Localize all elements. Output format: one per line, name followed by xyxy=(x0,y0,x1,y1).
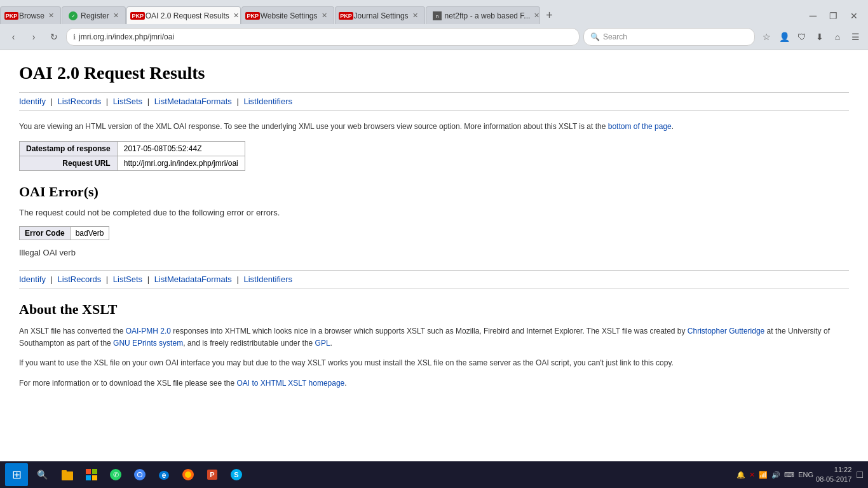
svg-text:✆: ✆ xyxy=(113,471,119,478)
tab-favicon-oai: PKP xyxy=(133,11,142,20)
search-icon: 🔍 xyxy=(590,32,600,41)
request-url-value: http://jmri.org.in/index.php/jmri/oai xyxy=(117,156,245,171)
lock-icon: ℹ xyxy=(73,33,76,41)
datestamp-value: 2017-05-08T05:52:44Z xyxy=(117,142,245,156)
tab-favicon-net2ftp: n xyxy=(433,11,442,20)
svg-point-18 xyxy=(185,471,191,478)
bottom-of-page-link[interactable]: bottom of the page xyxy=(608,122,672,131)
taskbar-apps: ✆ e P S xyxy=(56,463,734,486)
svg-rect-9 xyxy=(92,475,97,480)
oai-pmh-link[interactable]: OAI-PMH 2.0 xyxy=(126,327,171,336)
taskbar-app-skype[interactable]: S xyxy=(225,463,248,486)
tab-close-oai[interactable]: ✕ xyxy=(233,11,239,20)
action-center-icon[interactable]: □ xyxy=(857,469,863,480)
about-paragraph-3: For more information or to download the … xyxy=(19,377,849,390)
datestamp-row: Datestamp of response 2017-05-08T05:52:4… xyxy=(20,142,245,156)
minimize-button[interactable]: ─ xyxy=(804,8,822,24)
svg-rect-7 xyxy=(92,469,97,474)
tab-journal[interactable]: PKP Journal Settings ✕ xyxy=(335,6,425,24)
nav-listrecords-top[interactable]: ListRecords xyxy=(58,97,102,106)
gnu-eprints-link[interactable]: GNU EPrints system xyxy=(113,339,183,348)
about-section-title: About the XSLT xyxy=(19,301,849,318)
xslt-homepage-link[interactable]: OAI to XHTML XSLT homepage xyxy=(236,379,344,388)
menu-icon[interactable]: ☰ xyxy=(848,29,863,44)
network-icon: 📶 xyxy=(759,471,768,479)
reload-button[interactable]: ↻ xyxy=(46,29,62,45)
nav-listidentifiers-bottom[interactable]: ListIdentifiers xyxy=(243,274,292,284)
error-code-table: Error Code badVerb xyxy=(19,226,109,240)
error-code-row: Error Code badVerb xyxy=(20,227,109,240)
svg-rect-5 xyxy=(62,470,67,473)
start-button[interactable]: ⊞ xyxy=(5,463,28,486)
maximize-button[interactable]: ❐ xyxy=(824,8,843,24)
taskbar-system-tray: 🔔 ✕ 📶 🔊 ⌨ ENG xyxy=(736,471,813,479)
tab-website[interactable]: PKP Website Settings ✕ xyxy=(241,6,334,24)
page-content: OAI 2.0 Request Results Identify | ListR… xyxy=(0,50,868,461)
back-button[interactable]: ‹ xyxy=(5,29,22,45)
taskbar-app-firefox[interactable] xyxy=(177,463,200,486)
url-text: jmri.org.in/index.php/jmri/oai xyxy=(79,32,573,41)
gpl-link[interactable]: GPL xyxy=(315,339,330,348)
nav-listsets-top[interactable]: ListSets xyxy=(113,97,142,106)
info-text: You are viewing an HTML version of the X… xyxy=(19,121,849,132)
tab-favicon-website: PKP xyxy=(248,11,257,20)
svg-text:n: n xyxy=(435,13,438,19)
taskbar-app-edge[interactable]: e xyxy=(153,463,175,486)
svg-text:✓: ✓ xyxy=(71,13,76,19)
language-label: ENG xyxy=(798,471,813,478)
taskbar-search-button[interactable]: 🔍 xyxy=(31,463,53,486)
svg-rect-8 xyxy=(86,475,91,480)
svg-point-14 xyxy=(138,473,142,477)
address-bar-row: ‹ › ↻ ℹ jmri.org.in/index.php/jmri/oai 🔍… xyxy=(0,24,868,50)
tab-browse[interactable]: PKP Browse ✕ xyxy=(0,6,61,24)
shield-icon[interactable]: 🛡 xyxy=(794,29,810,44)
nav-identify-top[interactable]: Identify xyxy=(19,97,46,106)
tab-oai[interactable]: PKP OAI 2.0 Request Results ✕ xyxy=(126,6,241,24)
taskbar-clock: 11:22 08-05-2017 xyxy=(816,465,851,485)
christopher-link[interactable]: Christopher Gutteridge xyxy=(688,327,764,336)
taskbar-app-chrome[interactable] xyxy=(128,463,151,486)
nav-identify-bottom[interactable]: Identify xyxy=(19,274,46,284)
search-box[interactable]: 🔍 Search xyxy=(583,28,755,46)
svg-text:P: P xyxy=(210,471,214,478)
tab-register[interactable]: ✓ Register ✕ xyxy=(62,6,126,24)
home-icon[interactable]: ⌂ xyxy=(830,29,845,44)
request-url-row: Request URL http://jmri.org.in/index.php… xyxy=(20,156,245,171)
nav-links-top: Identify | ListRecords | ListSets | List… xyxy=(19,92,849,111)
error-section-title: OAI Error(s) xyxy=(19,184,849,200)
tab-close-register[interactable]: ✕ xyxy=(113,11,119,20)
nav-listmetadata-bottom[interactable]: ListMetadataFormats xyxy=(154,274,232,284)
tab-close-browse[interactable]: ✕ xyxy=(48,11,54,20)
close-button[interactable]: ✕ xyxy=(845,8,863,24)
user-icon[interactable]: 👤 xyxy=(776,29,792,44)
nav-listidentifiers-top[interactable]: ListIdentifiers xyxy=(243,97,292,106)
tab-close-journal[interactable]: ✕ xyxy=(412,11,418,20)
taskbar-app-whatsapp[interactable]: ✆ xyxy=(104,463,127,486)
taskbar-app-files[interactable] xyxy=(56,463,79,486)
nav-listmetadata-top[interactable]: ListMetadataFormats xyxy=(154,97,232,106)
error-code-label: Error Code xyxy=(20,227,71,240)
taskbar: ⊞ 🔍 ✆ e P S xyxy=(0,461,868,488)
page-title: OAI 2.0 Request Results xyxy=(19,63,849,83)
tab-favicon-browse: PKP xyxy=(7,11,16,20)
taskbar-app-store[interactable] xyxy=(80,463,103,486)
address-box[interactable]: ℹ jmri.org.in/index.php/jmri/oai xyxy=(66,28,580,46)
response-table: Datestamp of response 2017-05-08T05:52:4… xyxy=(19,141,245,171)
bookmark-star-icon[interactable]: ☆ xyxy=(759,29,774,44)
nav-listsets-bottom[interactable]: ListSets xyxy=(113,274,142,284)
tab-close-website[interactable]: ✕ xyxy=(322,11,327,20)
tab-close-net2ftp[interactable]: ✕ xyxy=(534,11,539,20)
forward-button[interactable]: › xyxy=(25,29,42,45)
nav-links-bottom: Identify | ListRecords | ListSets | List… xyxy=(19,270,849,288)
svg-rect-6 xyxy=(86,469,91,474)
illegal-text: Illegal OAI verb xyxy=(19,248,849,257)
taskbar-app-powerpoint[interactable]: P xyxy=(201,463,224,486)
download-icon[interactable]: ⬇ xyxy=(812,29,827,44)
toolbar-icons: ☆ 👤 🛡 ⬇ ⌂ ☰ xyxy=(759,29,863,44)
search-input[interactable]: Search xyxy=(603,32,748,41)
tab-add-button[interactable]: + xyxy=(541,6,559,24)
svg-rect-4 xyxy=(62,471,73,480)
nav-listrecords-bottom[interactable]: ListRecords xyxy=(58,274,102,284)
about-paragraph-2: If you want to use the XSL file on your … xyxy=(19,357,849,369)
tab-net2ftp[interactable]: n net2ftp - a web based F... ✕ xyxy=(426,6,540,24)
